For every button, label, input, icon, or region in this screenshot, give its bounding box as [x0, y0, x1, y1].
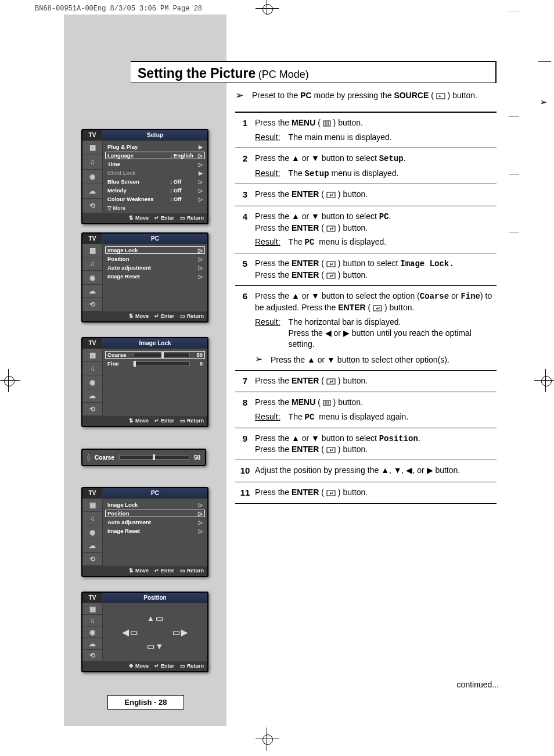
item-label: Image Lock — [107, 247, 197, 253]
coarse-label: Coarse — [107, 352, 131, 358]
osd-side-icons: ▦ ♫ ◉ ☁ ⟲ — [82, 244, 103, 311]
step-body: Press the ENTER ( ) button to select Ima… — [255, 258, 497, 281]
osd-position-panel: TV Position ▦ ♫ ◉ ☁ ⟲ ▲▭ ◀▭ ▭▶ ▭▼ ✥Move … — [81, 592, 208, 672]
osd-menu-item[interactable]: Colour Weakness : Off ▷ — [105, 195, 205, 203]
sound-icon: ♫ — [82, 362, 102, 375]
step-number: 6 — [235, 291, 255, 365]
slider-track[interactable] — [133, 353, 190, 357]
item-label: Colour Weakness — [107, 196, 170, 202]
step-body: Press the ENTER ( ) button. — [255, 375, 497, 387]
input-icon: ⟲ — [82, 650, 102, 661]
chevron-right-icon: ▷ — [197, 502, 203, 508]
step-number: 10 — [235, 465, 255, 476]
osd-footer: ✥Move ↵Enter ▭Return — [82, 661, 207, 671]
channel-icon: ◉ — [82, 525, 102, 539]
step-body: Press the ▲ or ▼ button to select the op… — [255, 291, 497, 365]
step-body: Press the ▲ or ▼ button to select Positi… — [255, 433, 497, 456]
osd-menu-item[interactable]: Position ▷ — [105, 255, 205, 263]
page-footer: English - 28 — [107, 695, 184, 710]
step-body: Press the ENTER ( ) button. — [255, 189, 497, 200]
subnote-text: Press the ▲ or ▼ button to select other … — [271, 354, 449, 366]
item-value: : English — [170, 152, 197, 159]
osd-tv-label: TV — [82, 234, 103, 244]
instructions: ➢ Preset to the PC mode by pressing the … — [235, 90, 497, 504]
osd-menu-item[interactable]: Image Lock ▷ — [105, 501, 205, 508]
step: 5 Press the ENTER ( ) button to select I… — [235, 253, 497, 286]
note-arrow-icon: ➢ — [235, 90, 244, 101]
trim-mark — [509, 232, 519, 233]
slider-track[interactable] — [119, 455, 189, 460]
step: 10 Adjust the position by pressing the ▲… — [235, 460, 497, 482]
position-right-icon[interactable]: ▭▶ — [172, 628, 188, 637]
slider-knob[interactable] — [134, 361, 136, 367]
osd-enter-hint: ↵Enter — [154, 663, 174, 669]
print-header: BN68-00951A-00Eng 8/3/05 3:06 PM Page 28 — [35, 5, 202, 13]
osd-move-hint: ✥Move — [129, 663, 149, 669]
osd-menu-item[interactable]: Melody : Off ▷ — [105, 187, 205, 194]
result-text: The main menu is displayed. — [289, 132, 392, 143]
step-instruction: Press the ▲ or ▼ button to select Setup. — [255, 153, 497, 164]
chevron-right-icon: ▶ — [197, 170, 203, 176]
osd-menu-item[interactable]: Child Lock ▶ — [105, 169, 205, 177]
osd-tv-label: TV — [82, 338, 103, 349]
slider-knob[interactable] — [161, 352, 164, 358]
picture-icon: ▦ — [82, 244, 102, 257]
item-label: Auto adjustment — [107, 519, 197, 525]
step: 6 Press the ▲ or ▼ button to select the … — [235, 286, 497, 370]
slider-track[interactable] — [133, 361, 190, 366]
osd-menu-item[interactable]: Image Lock ▷ — [105, 246, 205, 254]
chevron-right-icon: ▷ — [197, 256, 203, 262]
osd-menu-item[interactable]: Plug & Play ▶ — [105, 143, 205, 151]
osd-move-hint: ⇅Move — [129, 568, 149, 574]
osd-side-icons: ▦ ♫ ◉ ☁ ⟲ — [82, 141, 103, 213]
position-up-icon[interactable]: ▲▭ — [147, 614, 164, 623]
page-title-bar: Setting the Picture (PC Mode) — [131, 61, 497, 83]
osd-pc2-list: Image Lock ▷Position ▷Auto adjustment ▷I… — [103, 499, 207, 566]
step-result: Result: The main menu is displayed. — [255, 132, 497, 143]
osd-menu-item[interactable]: Auto adjustment ▷ — [105, 264, 205, 271]
osd-move-hint: ⇅Move — [129, 215, 149, 221]
osd-menu-item[interactable]: Image Reset ▷ — [105, 273, 205, 280]
result-label: Result: — [255, 411, 280, 423]
step-number: 9 — [235, 433, 255, 456]
chevron-right-icon: ▷ — [197, 248, 203, 253]
osd-return-hint: ▭Return — [180, 568, 204, 574]
standalone-value: 50 — [194, 454, 200, 461]
osd-footer: ⇅Move ↵Enter ▭Return — [82, 416, 207, 426]
step-instruction: Press the ENTER ( ) button. — [255, 375, 497, 386]
result-text: The Setup menu is displayed. — [289, 168, 399, 180]
osd-side-icons: ▦ ♫ ◉ ☁ ⟲ — [82, 603, 103, 661]
updown-icon: △▽ — [87, 453, 90, 461]
osd-menu-item[interactable]: Time ▷ — [105, 160, 205, 168]
next-page-arrow-icon: ➢ — [538, 93, 551, 111]
osd-position-title: Position — [103, 593, 207, 603]
osd-pc2-title: PC — [103, 488, 207, 499]
osd-menu-item[interactable]: Language : English ▷ — [105, 152, 205, 159]
position-down-icon[interactable]: ▭▼ — [147, 642, 164, 651]
step-number: 7 — [235, 375, 255, 387]
chevron-right-icon: ▷ — [197, 188, 203, 194]
osd-fine-slider[interactable]: Fine 0 — [105, 360, 205, 367]
step-instruction: Press the ▲ or ▼ button to select PC.Pre… — [255, 211, 497, 234]
step: 1 Press the MENU ( ) button. Result: The… — [235, 113, 497, 148]
osd-menu-item[interactable]: Blue Screen : Off ▷ — [105, 178, 205, 185]
osd-menu-item[interactable]: Position ▷ — [105, 510, 205, 517]
step-body: Press the ▲ or ▼ button to select PC.Pre… — [255, 211, 497, 249]
step-result: Result: The horizontal bar is displayed.… — [255, 317, 497, 350]
step-result: Result: The Setup menu is displayed. — [255, 168, 497, 180]
register-mark-bottom — [256, 728, 279, 751]
osd-coarse-slider[interactable]: Coarse 50 — [105, 351, 205, 359]
item-label: Plug & Play — [107, 144, 170, 150]
result-label: Result: — [255, 237, 280, 248]
result-text: The PC menu is displayed again. — [289, 411, 409, 423]
osd-menu-item[interactable]: Auto adjustment ▷ — [105, 518, 205, 526]
sound-icon: ♫ — [82, 512, 102, 525]
position-left-icon[interactable]: ◀▭ — [123, 628, 138, 637]
item-label: Time — [107, 161, 170, 167]
osd-pc-panel-2: TV PC ▦ ♫ ◉ ☁ ⟲ Image Lock ▷Position ▷Au… — [81, 487, 208, 577]
slider-knob[interactable] — [153, 454, 155, 460]
setup-icon: ☁ — [82, 285, 102, 298]
step-subnote: ➢ Press the ▲ or ▼ button to select othe… — [255, 354, 497, 366]
osd-setup-panel: TV Setup ▦ ♫ ◉ ☁ ⟲ Plug & Play ▶Language… — [81, 129, 208, 224]
osd-menu-item[interactable]: Image Reset ▷ — [105, 527, 205, 535]
